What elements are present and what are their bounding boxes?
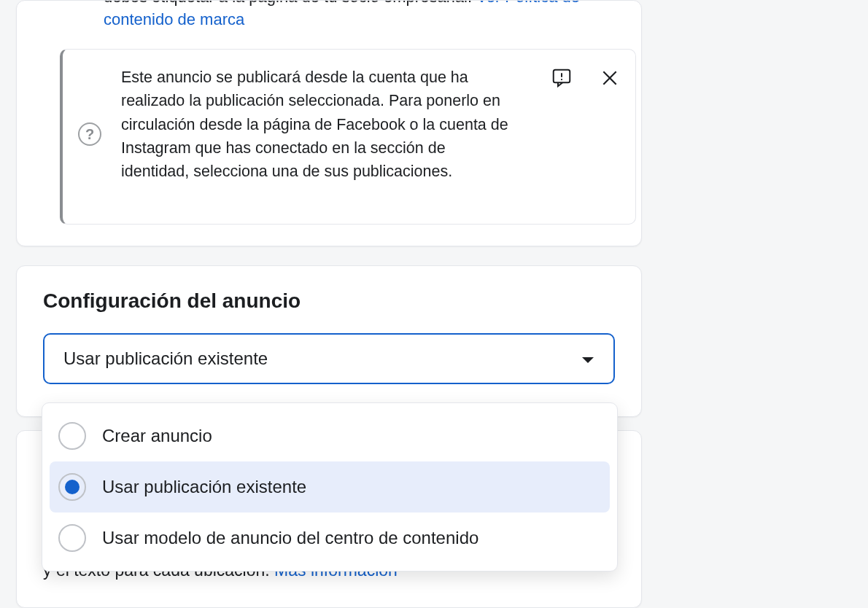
radio-icon xyxy=(58,473,86,501)
ad-config-card: Configuración del anuncio Usar publicaci… xyxy=(16,265,642,417)
brand-content-text: debes etiquetar a la página de tu socio … xyxy=(104,0,629,31)
option-label: Crear anuncio xyxy=(102,426,212,446)
ad-setup-dropdown[interactable]: Usar publicación existente xyxy=(43,333,615,384)
brand-content-prefix: debes etiquetar a la página de tu socio … xyxy=(104,0,476,6)
option-create-ad[interactable]: Crear anuncio xyxy=(50,410,610,461)
help-icon: ? xyxy=(78,122,101,146)
ad-setup-dropdown-value: Usar publicación existente xyxy=(63,348,268,369)
option-label: Usar modelo de anuncio del centro de con… xyxy=(102,528,478,548)
radio-icon xyxy=(58,422,86,450)
info-banner: ? Este anuncio se publicará desde la cue… xyxy=(60,49,636,225)
chevron-down-icon xyxy=(581,348,594,369)
svg-point-2 xyxy=(561,79,562,80)
info-banner-text: Este anuncio se publicará desde la cuent… xyxy=(121,66,515,183)
feedback-icon[interactable] xyxy=(551,67,573,89)
ad-setup-dropdown-panel: Crear anuncio Usar publicación existente… xyxy=(42,402,618,572)
info-banner-actions xyxy=(551,67,621,89)
radio-icon xyxy=(58,524,86,552)
option-use-template[interactable]: Usar modelo de anuncio del centro de con… xyxy=(50,512,610,564)
brand-content-card: debes etiquetar a la página de tu socio … xyxy=(16,0,642,246)
close-icon[interactable] xyxy=(599,67,621,89)
ad-config-title: Configuración del anuncio xyxy=(43,289,615,313)
option-use-existing-post[interactable]: Usar publicación existente xyxy=(50,461,610,512)
option-label: Usar publicación existente xyxy=(102,477,306,497)
